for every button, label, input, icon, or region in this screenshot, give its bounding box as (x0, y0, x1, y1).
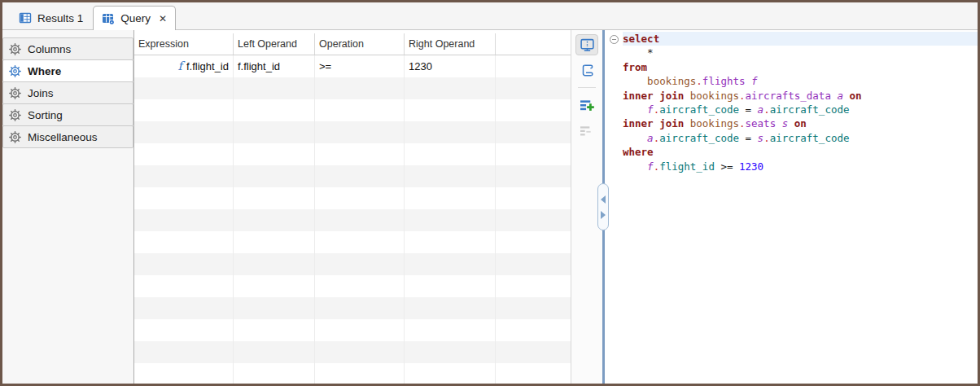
empty-cell (496, 209, 571, 231)
monitor-dotted-icon (580, 38, 595, 52)
cell-operation[interactable]: >= (315, 55, 405, 77)
column-header-filler (496, 33, 571, 55)
sql-line: * (623, 46, 978, 59)
tab-query[interactable]: Query ✕ (93, 6, 176, 30)
empty-cell (405, 319, 496, 341)
empty-cell (315, 143, 405, 165)
cell-right-operand[interactable]: 1230 (405, 55, 496, 77)
empty-cell (315, 121, 405, 143)
remove-row-icon (580, 124, 595, 138)
grid-empty-row[interactable] (134, 275, 571, 297)
empty-cell (315, 275, 405, 297)
empty-cell (405, 341, 496, 363)
remove-condition-button[interactable] (575, 120, 598, 141)
column-header-right-operand[interactable]: Right Operand (405, 33, 496, 55)
empty-cell (405, 143, 496, 165)
collapse-right-icon[interactable] (601, 211, 606, 219)
gear-icon (9, 109, 21, 121)
sidebar-item-label: Sorting (28, 109, 63, 121)
query-builder-icon (102, 12, 115, 25)
grid-empty-row[interactable] (134, 121, 571, 143)
sql-line: inner join bookings.aircrafts_data a on (623, 89, 978, 103)
empty-cell (496, 363, 571, 384)
sql-line: from (623, 60, 978, 74)
tab-results[interactable]: Results 1 (9, 7, 93, 29)
grid-empty-row[interactable] (134, 297, 571, 319)
empty-cell (134, 209, 234, 231)
toolbar-separator (578, 87, 596, 88)
sidebar-item-label: Joins (28, 87, 54, 99)
grid-empty-row[interactable] (134, 231, 571, 253)
empty-cell (234, 187, 315, 209)
grid-empty-row[interactable] (134, 363, 571, 384)
sidebar-item-columns[interactable]: Columns (2, 37, 133, 60)
panel-splitter[interactable] (602, 30, 605, 384)
empty-cell (134, 319, 234, 341)
gear-icon (9, 131, 21, 143)
empty-cell (315, 77, 405, 99)
empty-cell (234, 99, 315, 121)
empty-cell (496, 121, 571, 143)
empty-cell (496, 187, 571, 209)
empty-cell (315, 341, 405, 363)
sql-preview-editor[interactable]: select *from bookings.flights finner joi… (605, 30, 978, 384)
collapse-left-icon[interactable] (601, 195, 606, 204)
empty-cell (234, 143, 315, 165)
grid-empty-row[interactable] (134, 209, 571, 231)
empty-cell (405, 165, 496, 187)
empty-cell (496, 341, 571, 363)
sidebar-item-label: Columns (28, 43, 71, 55)
sql-line: f.aircraft_code = a.aircraft_code (623, 103, 978, 116)
sidebar-item-joins[interactable]: Joins (2, 81, 133, 104)
toggle-preview-panel-button[interactable] (575, 34, 598, 55)
grid-empty-row[interactable] (134, 319, 571, 341)
column-header-expression[interactable]: Expression (134, 33, 234, 55)
empty-cell (405, 77, 496, 99)
empty-cell (315, 209, 405, 231)
grid-empty-row[interactable] (134, 341, 571, 363)
condition-row[interactable]: f f.flight_id f.flight_id >= 1230 (134, 55, 571, 77)
grid-empty-row[interactable] (134, 77, 571, 99)
empty-cell (134, 77, 234, 99)
empty-cell (496, 143, 571, 165)
sql-code[interactable]: select *from bookings.flights finner joi… (623, 32, 978, 384)
open-sql-text-button[interactable] (575, 59, 598, 81)
empty-cell (496, 297, 571, 319)
expression-value: f.flight_id (186, 60, 229, 72)
sidebar-item-label: Where (28, 65, 61, 77)
column-header-operation[interactable]: Operation (315, 33, 405, 55)
empty-cell (134, 231, 234, 253)
empty-cell (134, 143, 234, 165)
add-row-icon (580, 99, 595, 112)
add-condition-button[interactable] (575, 94, 598, 116)
empty-cell (496, 165, 571, 187)
sql-line: bookings.flights f (623, 74, 978, 88)
empty-cell (315, 99, 405, 121)
cell-filler (496, 55, 571, 77)
grid-empty-row[interactable] (134, 143, 571, 165)
empty-cell (496, 253, 571, 275)
grid-empty-row[interactable] (134, 187, 571, 209)
splitter-collapse-handle[interactable] (597, 183, 609, 230)
sql-line: a.aircraft_code = s.aircraft_code (623, 131, 978, 145)
scroll-icon (580, 64, 595, 77)
empty-cell (134, 187, 234, 209)
empty-cell (405, 99, 496, 121)
fold-collapse-icon[interactable] (610, 35, 619, 44)
cell-left-operand[interactable]: f.flight_id (234, 55, 315, 77)
grid-empty-row[interactable] (134, 99, 571, 121)
close-icon[interactable]: ✕ (159, 14, 167, 24)
empty-cell (234, 297, 315, 319)
grid-empty-row[interactable] (134, 253, 571, 275)
sidebar-item-sorting[interactable]: Sorting (2, 103, 133, 126)
sql-line: f.flight_id >= 1230 (623, 160, 978, 173)
column-header-left-operand[interactable]: Left Operand (234, 33, 315, 55)
empty-cell (234, 275, 315, 297)
sidebar-item-where[interactable]: Where (2, 59, 133, 82)
sidebar-item-label: Miscellaneous (28, 131, 98, 143)
empty-cell (496, 319, 571, 341)
cell-expression[interactable]: f f.flight_id (134, 55, 234, 77)
grid-empty-row[interactable] (134, 165, 571, 187)
sidebar-item-miscellaneous[interactable]: Miscellaneous (2, 125, 133, 148)
empty-cell (496, 275, 571, 297)
